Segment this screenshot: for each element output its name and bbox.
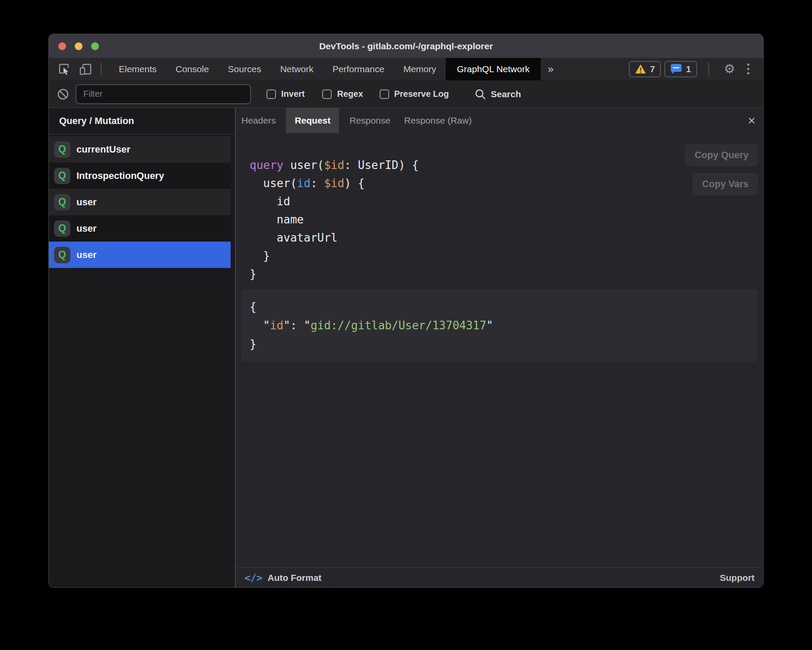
- query-type-badge: Q: [54, 247, 70, 263]
- window-titlebar[interactable]: DevTools - gitlab.com/-/graphql-explorer: [49, 34, 763, 58]
- clear-block-icon[interactable]: [56, 87, 70, 102]
- query-item-label: user: [76, 197, 96, 208]
- graphql-query-code: query user($id: UserID) { user(id: $id) …: [250, 156, 419, 283]
- tab-elements[interactable]: Elements: [109, 58, 166, 80]
- content-area: Query / Mutation Q currentUser Q Introsp…: [49, 108, 763, 587]
- detail-tabbar: Headers Request Response Response (Raw) …: [236, 108, 763, 133]
- tab-response[interactable]: Response: [343, 108, 397, 133]
- regex-checkbox[interactable]: [322, 89, 332, 99]
- regex-checkbox-group[interactable]: Regex: [322, 89, 363, 99]
- tab-network[interactable]: Network: [271, 58, 323, 80]
- auto-format-icon: </>: [244, 572, 263, 583]
- device-toolbar-icon[interactable]: [78, 62, 93, 76]
- query-type-badge: Q: [54, 220, 70, 237]
- devtools-tabbar: Elements Console Sources Network Perform…: [49, 58, 763, 80]
- query-type-badge: Q: [54, 141, 70, 158]
- preserve-log-checkbox-group[interactable]: Preserve Log: [380, 89, 449, 99]
- window-title: DevTools - gitlab.com/-/graphql-explorer: [49, 34, 763, 58]
- kebab-menu-icon[interactable]: [742, 64, 755, 74]
- warning-count: 7: [650, 64, 655, 74]
- toolbar-divider: [101, 63, 102, 76]
- minimize-window-button[interactable]: [75, 42, 82, 50]
- sidebar-item-user-1[interactable]: Q user: [49, 189, 231, 215]
- tab-graphql-network[interactable]: GraphQL Network: [446, 58, 541, 80]
- query-item-label: user: [76, 223, 96, 234]
- regex-label: Regex: [337, 89, 363, 99]
- detail-footer: </> Auto Format Support: [236, 567, 763, 587]
- settings-gear-icon[interactable]: ⚙: [720, 63, 739, 75]
- query-item-label: currentUser: [76, 144, 130, 155]
- request-detail-panel: Headers Request Response Response (Raw) …: [236, 108, 763, 587]
- invert-checkbox-group[interactable]: Invert: [266, 89, 304, 99]
- query-type-badge: Q: [54, 194, 70, 210]
- query-item-label: user: [76, 249, 96, 261]
- inspect-element-icon[interactable]: [57, 62, 71, 76]
- filter-input[interactable]: [76, 84, 251, 104]
- invert-label: Invert: [281, 89, 304, 99]
- query-list-panel: Query / Mutation Q currentUser Q Introsp…: [49, 108, 236, 587]
- sidebar-item-currentuser[interactable]: Q currentUser: [49, 136, 231, 162]
- copy-buttons: Copy Query Copy Vars: [685, 144, 758, 195]
- more-tabs-chevron[interactable]: »: [541, 63, 560, 75]
- sidebar-item-user-2[interactable]: Q user: [49, 215, 231, 242]
- graphql-variables-box: { "id": "gid://gitlab/User/13704317"}: [241, 289, 758, 362]
- query-list: Q currentUser Q IntrospectionQuery Q use…: [49, 134, 235, 268]
- copy-query-button[interactable]: Copy Query: [685, 144, 758, 166]
- filter-toolbar: Invert Regex Preserve Log Search: [49, 80, 763, 108]
- tab-sources[interactable]: Sources: [219, 58, 271, 80]
- invert-checkbox[interactable]: [266, 89, 276, 99]
- tab-performance[interactable]: Performance: [323, 58, 394, 80]
- devtools-window: DevTools - gitlab.com/-/graphql-explorer: [48, 34, 764, 588]
- search-control[interactable]: Search: [475, 89, 521, 100]
- close-detail-icon[interactable]: ×: [748, 114, 755, 127]
- badges-divider: [708, 63, 709, 76]
- warnings-badge[interactable]: 7: [629, 61, 661, 77]
- issues-badge[interactable]: 1: [664, 61, 697, 77]
- preserve-log-label: Preserve Log: [394, 89, 449, 99]
- message-bubble-icon: [670, 64, 682, 74]
- query-type-badge: Q: [54, 168, 70, 184]
- query-list-header: Query / Mutation: [49, 108, 235, 134]
- search-icon: [475, 89, 486, 100]
- warning-triangle-icon: [635, 64, 646, 74]
- search-label: Search: [491, 89, 521, 99]
- support-link[interactable]: Support: [720, 573, 755, 583]
- tab-console[interactable]: Console: [166, 58, 219, 80]
- query-item-label: IntrospectionQuery: [76, 170, 164, 182]
- sidebar-item-user-3-selected[interactable]: Q user: [49, 242, 231, 268]
- auto-format-button[interactable]: Auto Format: [268, 573, 322, 583]
- desktop-background: DevTools - gitlab.com/-/graphql-explorer: [0, 0, 812, 650]
- tab-headers[interactable]: Headers: [235, 108, 282, 133]
- tab-response-raw[interactable]: Response (Raw): [397, 108, 479, 133]
- copy-vars-button[interactable]: Copy Vars: [692, 173, 758, 195]
- traffic-lights: [58, 34, 99, 58]
- close-window-button[interactable]: [58, 42, 66, 50]
- preserve-log-checkbox[interactable]: [380, 89, 389, 99]
- issue-count: 1: [686, 64, 691, 74]
- status-badges: 7 1 ⚙: [629, 61, 763, 77]
- sidebar-item-introspectionquery[interactable]: Q IntrospectionQuery: [49, 162, 231, 189]
- fullscreen-window-button[interactable]: [91, 42, 99, 50]
- tab-memory[interactable]: Memory: [394, 58, 446, 80]
- tab-request[interactable]: Request: [286, 108, 339, 133]
